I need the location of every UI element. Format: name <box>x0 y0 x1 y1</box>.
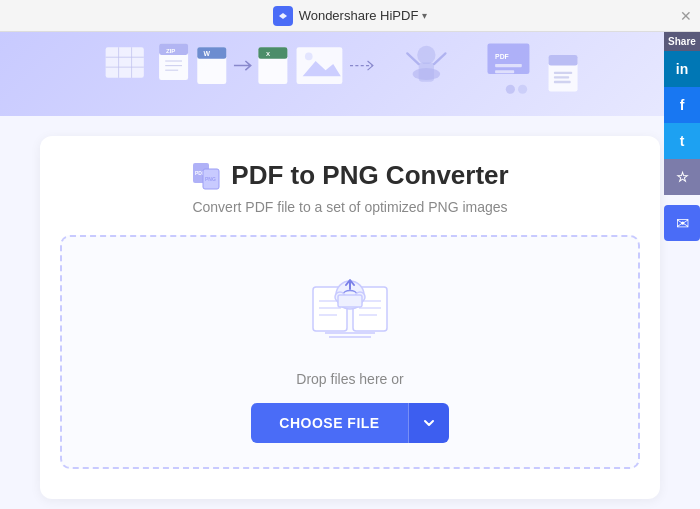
page-body: ZIP W X <box>0 32 700 509</box>
svg-point-19 <box>305 53 313 61</box>
choose-file-group: CHOOSE FILE <box>251 403 448 443</box>
svg-rect-13 <box>197 47 226 58</box>
converter-card: PDF PNG PDF to PNG Converter Convert PDF… <box>40 136 660 499</box>
email-icon: ✉ <box>676 214 689 233</box>
svg-point-22 <box>417 46 435 64</box>
hero-banner: ZIP W X <box>0 32 700 116</box>
star-icon: ☆ <box>676 169 689 185</box>
svg-rect-31 <box>554 76 569 78</box>
right-sidebar: Share in f t ☆ ✉ <box>664 32 700 241</box>
facebook-icon: f <box>680 97 685 113</box>
share-label: Share <box>664 32 700 51</box>
svg-point-33 <box>506 85 515 94</box>
svg-rect-27 <box>495 70 514 73</box>
titlebar: Wondershare HiPDF ▾ ✕ <box>0 0 700 32</box>
upload-icon <box>305 267 395 351</box>
choose-file-button[interactable]: CHOOSE FILE <box>251 403 407 443</box>
svg-rect-1 <box>106 47 144 78</box>
svg-text:ZIP: ZIP <box>166 47 175 54</box>
svg-rect-16 <box>258 47 287 58</box>
svg-rect-50 <box>338 295 362 307</box>
svg-text:PDF: PDF <box>495 53 509 60</box>
close-icon[interactable]: ✕ <box>680 8 692 24</box>
twitter-icon: t <box>680 133 685 149</box>
svg-rect-23 <box>419 63 434 82</box>
svg-rect-26 <box>495 64 522 67</box>
svg-rect-32 <box>554 81 571 83</box>
svg-rect-29 <box>549 55 578 66</box>
app-logo <box>273 6 293 26</box>
titlebar-chevron-icon: ▾ <box>422 10 427 21</box>
drop-zone[interactable]: Drop files here or CHOOSE FILE <box>60 235 640 469</box>
converter-title-text: PDF to PNG Converter <box>231 160 508 191</box>
email-button[interactable]: ✉ <box>664 205 700 241</box>
svg-point-34 <box>518 85 527 94</box>
banner-illustration: ZIP W X <box>0 32 700 116</box>
chevron-down-icon <box>423 417 435 429</box>
twitter-button[interactable]: t <box>664 123 700 159</box>
linkedin-icon: in <box>676 61 688 77</box>
svg-rect-30 <box>554 72 572 74</box>
drop-text: Drop files here or <box>296 371 403 387</box>
svg-text:W: W <box>203 50 210 57</box>
converter-subtitle: Convert PDF file to a set of optimized P… <box>192 199 507 215</box>
app-title: Wondershare HiPDF <box>299 8 419 23</box>
main-content: PDF PNG PDF to PNG Converter Convert PDF… <box>0 116 700 509</box>
linkedin-button[interactable]: in <box>664 51 700 87</box>
pdf-png-icon: PDF PNG <box>191 161 221 191</box>
facebook-button[interactable]: f <box>664 87 700 123</box>
favorite-button[interactable]: ☆ <box>664 159 700 195</box>
svg-text:PNG: PNG <box>205 176 216 182</box>
converter-title-row: PDF PNG PDF to PNG Converter <box>191 160 508 191</box>
choose-file-dropdown-button[interactable] <box>408 403 449 443</box>
